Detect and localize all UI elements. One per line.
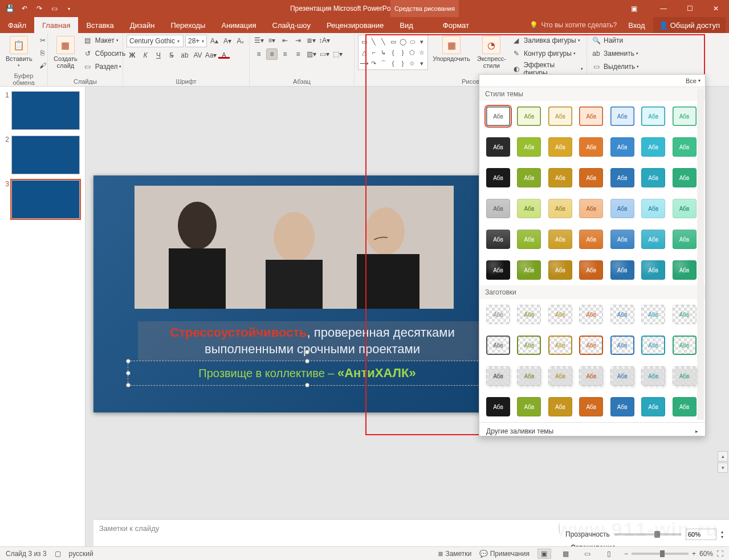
gallery-header[interactable]: Все▾ bbox=[479, 75, 705, 87]
start-slideshow-icon[interactable]: ▭ bbox=[49, 3, 59, 14]
clear-formatting-icon[interactable]: Aₓ bbox=[235, 35, 246, 47]
style-swatch[interactable]: Абв bbox=[548, 397, 572, 416]
ribbon-options-icon[interactable]: ▣ bbox=[621, 0, 647, 17]
align-center-icon[interactable]: ≡ bbox=[266, 48, 278, 60]
layout-button[interactable]: ▤Макет▾ bbox=[82, 35, 125, 46]
more-theme-fills[interactable]: Другие заливки темы▸ bbox=[479, 422, 705, 440]
style-swatch[interactable]: Абв bbox=[486, 107, 510, 126]
style-swatch[interactable]: Абв bbox=[641, 305, 665, 324]
style-swatch[interactable]: Абв bbox=[548, 107, 572, 126]
align-text-icon[interactable]: ▭▾ bbox=[319, 48, 330, 60]
qat-customize-icon[interactable]: ▾ bbox=[64, 3, 74, 14]
style-swatch[interactable]: Абв bbox=[579, 366, 603, 386]
style-swatch[interactable]: Абв bbox=[641, 260, 665, 280]
style-swatch[interactable]: Абв bbox=[548, 168, 572, 187]
style-swatch[interactable]: Абв bbox=[673, 260, 697, 280]
selected-textbox[interactable]: Прозвище в коллективе – «АнтиХАЛК» bbox=[128, 361, 487, 386]
minimize-icon[interactable]: — bbox=[650, 0, 677, 17]
tab-design[interactable]: Дизайн bbox=[122, 17, 163, 33]
style-swatch[interactable]: Абв bbox=[548, 366, 572, 386]
style-swatch[interactable]: Абв bbox=[486, 199, 510, 218]
increase-indent-icon[interactable]: ⇥ bbox=[292, 35, 304, 46]
slide-thumbnail-1[interactable] bbox=[11, 91, 80, 130]
increase-font-icon[interactable]: A▴ bbox=[209, 35, 220, 47]
style-swatch[interactable]: Абв bbox=[610, 336, 634, 355]
reset-button[interactable]: ↺Сбросить bbox=[82, 48, 125, 59]
tab-home[interactable]: Главная bbox=[34, 17, 78, 33]
tab-review[interactable]: Рецензирование bbox=[319, 17, 392, 33]
tab-slideshow[interactable]: Слайд-шоу bbox=[264, 17, 319, 33]
style-swatch[interactable]: Абв bbox=[517, 137, 541, 157]
style-swatch[interactable]: Абв bbox=[673, 107, 697, 126]
style-swatch[interactable]: Абв bbox=[486, 305, 510, 324]
text-direction-icon[interactable]: ↕A▾ bbox=[319, 35, 330, 46]
style-swatch[interactable]: Абв bbox=[610, 366, 634, 386]
shadow-icon[interactable]: ab bbox=[179, 50, 190, 61]
style-swatch[interactable]: Абв bbox=[579, 305, 603, 324]
slide-thumbnail-2[interactable] bbox=[11, 136, 80, 174]
style-swatch[interactable]: Абв bbox=[548, 230, 572, 249]
slide-thumbnail-3[interactable] bbox=[11, 180, 80, 219]
style-swatch[interactable]: Абв bbox=[486, 168, 510, 187]
transparency-slider[interactable] bbox=[614, 533, 681, 536]
style-swatch[interactable]: Абв bbox=[579, 230, 603, 249]
style-swatch[interactable]: Абв bbox=[548, 305, 572, 324]
char-spacing-icon[interactable]: AV bbox=[192, 50, 203, 61]
style-swatch[interactable]: Абв bbox=[548, 336, 572, 355]
normal-view-icon[interactable]: ▣ bbox=[537, 549, 551, 559]
notes-button[interactable]: ≣ Заметки bbox=[438, 550, 471, 558]
zoom-out-icon[interactable]: − bbox=[624, 550, 628, 558]
style-swatch[interactable]: Абв bbox=[517, 260, 541, 280]
font-family-combo[interactable]: Century Gothic▾ bbox=[127, 35, 184, 47]
slide[interactable]: Стрессоустойчивость, проверенная десятка… bbox=[93, 175, 515, 412]
style-swatch[interactable]: Абв bbox=[673, 199, 697, 218]
share-button[interactable]: 👤 Общий доступ bbox=[653, 17, 726, 33]
font-color-icon[interactable]: A bbox=[218, 50, 230, 61]
next-slide-button[interactable]: ▾ bbox=[718, 463, 728, 473]
smartart-icon[interactable]: ⬚▾ bbox=[332, 48, 343, 60]
shape-outline-button[interactable]: ✎Контур фигуры▾ bbox=[511, 48, 583, 59]
cut-icon[interactable]: ✂ bbox=[37, 35, 48, 46]
style-swatch[interactable]: Абв bbox=[610, 137, 634, 157]
tab-view[interactable]: Вид bbox=[392, 17, 421, 33]
style-swatch[interactable]: Абв bbox=[517, 107, 541, 126]
tell-me-search[interactable]: 💡 Что вы хотите сделать? bbox=[524, 17, 623, 33]
style-swatch[interactable]: Абв bbox=[517, 336, 541, 355]
style-swatch[interactable]: Абв bbox=[579, 168, 603, 187]
style-swatch[interactable]: Абв bbox=[641, 168, 665, 187]
numbering-icon[interactable]: ≡▾ bbox=[266, 35, 278, 46]
tab-transitions[interactable]: Переходы bbox=[162, 17, 213, 33]
bold-icon[interactable]: Ж bbox=[127, 50, 138, 61]
style-swatch[interactable]: Абв bbox=[673, 168, 697, 187]
line-spacing-icon[interactable]: ≣▾ bbox=[306, 35, 317, 46]
style-swatch[interactable]: Абв bbox=[486, 366, 510, 386]
gallery-scrollbar[interactable] bbox=[697, 88, 704, 420]
style-swatch[interactable]: Абв bbox=[641, 230, 665, 249]
style-swatch[interactable]: Абв bbox=[673, 230, 697, 249]
decrease-font-icon[interactable]: A▾ bbox=[222, 35, 233, 47]
fit-to-window-icon[interactable]: ⛶ bbox=[716, 550, 723, 558]
slide-indicator[interactable]: Слайд 3 из 3 bbox=[6, 550, 47, 558]
underline-icon[interactable]: Ч bbox=[153, 50, 164, 61]
redo-icon[interactable]: ↷ bbox=[34, 3, 44, 14]
style-swatch[interactable]: Абв bbox=[641, 397, 665, 416]
style-swatch[interactable]: Абв bbox=[610, 168, 634, 187]
italic-icon[interactable]: К bbox=[140, 50, 151, 61]
prev-slide-button[interactable]: ▴ bbox=[718, 451, 728, 461]
style-swatch[interactable]: Абв bbox=[641, 107, 665, 126]
new-slide-button[interactable]: ▦ Создать слайд bbox=[51, 35, 80, 70]
style-swatch[interactable]: Абв bbox=[548, 199, 572, 218]
strikethrough-icon[interactable]: S̶ bbox=[166, 50, 177, 61]
shape-fill-button[interactable]: ◢Заливка фигуры▾ bbox=[511, 35, 583, 46]
sorter-view-icon[interactable]: ▦ bbox=[559, 549, 573, 559]
comments-button[interactable]: 💬 Примечания bbox=[479, 550, 530, 558]
tab-insert[interactable]: Вставка bbox=[78, 17, 121, 33]
style-swatch[interactable]: Абв bbox=[486, 397, 510, 416]
style-swatch[interactable]: Абв bbox=[641, 366, 665, 386]
font-size-combo[interactable]: 28+▾ bbox=[185, 35, 207, 47]
style-swatch[interactable]: Абв bbox=[673, 366, 697, 386]
style-swatch[interactable]: Абв bbox=[517, 199, 541, 218]
style-swatch[interactable]: Абв bbox=[579, 137, 603, 157]
style-swatch[interactable]: Абв bbox=[548, 260, 572, 280]
maximize-icon[interactable]: ☐ bbox=[677, 0, 703, 17]
